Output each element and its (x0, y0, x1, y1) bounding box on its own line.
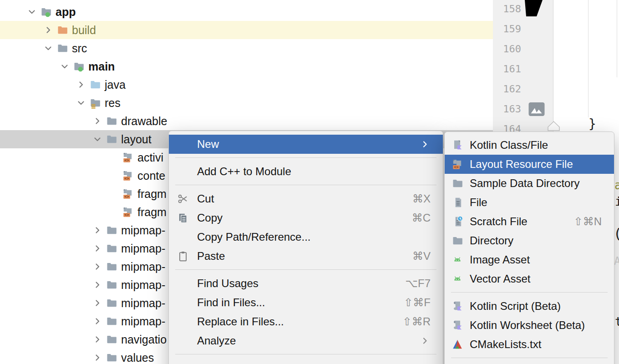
menu-item-directory[interactable]: Directory (445, 231, 614, 250)
tree-item-app[interactable]: app (0, 3, 493, 21)
folder-icon (106, 315, 117, 327)
menu-item-replace-in-files[interactable]: Replace in Files...⇧⌘R (169, 312, 443, 331)
svg-text:<>: <> (454, 165, 458, 169)
menu-item-find-in-files[interactable]: Find in Files...⇧⌘F (169, 293, 443, 312)
menu-item-label: Sample Data Directory (470, 177, 579, 190)
menu-item-analyze[interactable]: Analyze (169, 331, 443, 350)
menu-item-label: CMakeLists.txt (470, 338, 541, 351)
chevron-right-icon[interactable] (76, 79, 86, 90)
gutter-handle-icon[interactable] (548, 121, 560, 131)
chevron-down-icon[interactable] (92, 134, 103, 145)
menu-item-paste[interactable]: Paste⌘V (169, 247, 443, 266)
chevron-right-icon[interactable] (43, 25, 54, 35)
chevron-right-icon[interactable] (92, 261, 103, 272)
chevron-down-icon[interactable] (76, 97, 86, 108)
line-number: 158 (493, 2, 521, 16)
chevron-right-icon[interactable] (92, 243, 103, 254)
cmake-icon (445, 339, 470, 350)
folder-icon (106, 224, 117, 236)
indent-guide (588, 0, 589, 117)
chevron-right-icon[interactable] (92, 334, 103, 345)
menu-item-label: File (470, 196, 487, 209)
chevron-down-icon[interactable] (59, 61, 70, 72)
tree-item-label: build (72, 21, 96, 39)
line-number: 162 (493, 82, 521, 96)
chevron-right-icon[interactable] (92, 352, 103, 363)
layout-file-icon: <> (122, 188, 134, 200)
menu-item-cut[interactable]: Cut⌘X (169, 189, 443, 208)
menu-item-shortcut: ⌘X (412, 192, 431, 205)
menu-item-label: Scratch File (470, 215, 528, 228)
menu-item-kotlin-script-beta[interactable]: Kotlin Script (Beta) (445, 297, 614, 316)
menu-item-refactor[interactable]: Refactor (169, 359, 443, 364)
menu-item-cmakelists-txt[interactable]: CMakeLists.txt (445, 335, 614, 354)
tree-item-drawable[interactable]: drawable (0, 112, 493, 130)
chevron-right-icon[interactable] (92, 316, 103, 327)
code-fragment: A (614, 255, 619, 268)
layout-file-icon: <> (122, 170, 134, 182)
folder-icon (445, 177, 470, 189)
menu-item-label: Find in Files... (197, 296, 265, 309)
folder-java-icon (89, 79, 101, 91)
menu-item-kotlin-class-file[interactable]: Kotlin Class/File (445, 136, 614, 155)
chevron-right-icon[interactable] (92, 116, 103, 126)
image-preview-gutter-icon[interactable] (528, 101, 546, 117)
tree-item-java[interactable]: java (0, 76, 493, 94)
context-menu: NewAdd C++ to ModuleCut⌘XCopy⌘CCopy Path… (168, 131, 443, 364)
tree-item-label: conte (137, 167, 165, 185)
menu-item-label: Vector Asset (470, 273, 530, 285)
folder-icon (106, 352, 117, 364)
menu-item-shortcut: ⌘C (412, 212, 431, 224)
menu-item-shortcut: ⇧⌘R (403, 315, 431, 328)
tree-item-label: src (72, 39, 87, 57)
line-number: 163 (493, 102, 521, 116)
tree-item-label: values (121, 349, 154, 364)
menu-item-new[interactable]: New (169, 135, 443, 154)
folder-dot-icon (40, 6, 52, 18)
menu-separator (445, 288, 614, 297)
menu-item-scratch-file[interactable]: Scratch File⇧⌘N (445, 212, 614, 231)
chevron-right-icon[interactable] (92, 225, 103, 236)
menu-item-add-c-to-module[interactable]: Add C++ to Module (169, 162, 443, 181)
new-submenu: Kotlin Class/File<>Layout Resource FileS… (444, 131, 614, 364)
chevron-right-icon[interactable] (92, 298, 103, 308)
folder-res-icon (89, 97, 101, 109)
menu-item-label: Analyze (197, 334, 236, 347)
line-number: 159 (493, 22, 521, 36)
tree-item-main[interactable]: main (0, 57, 493, 76)
menu-item-shortcut: ⌘V (412, 250, 431, 263)
tree-item-label: java (105, 76, 126, 94)
folder-icon (106, 133, 117, 145)
chevron-down-icon[interactable] (43, 43, 54, 54)
mouse-cursor-shape (523, 0, 544, 17)
line-number: 161 (493, 62, 521, 76)
menu-item-sample-data-directory[interactable]: Sample Data Directory (445, 174, 614, 193)
tree-item-label: fragm (137, 203, 167, 221)
menu-item-label: Find Usages (197, 277, 259, 290)
menu-item-kotlin-worksheet-beta[interactable]: Kotlin Worksheet (Beta) (445, 316, 614, 335)
chevron-right-icon[interactable] (92, 279, 103, 290)
menu-item-shortcut: ⌥F7 (405, 277, 431, 290)
menu-item-layout-resource-file[interactable]: <>Layout Resource File (445, 155, 614, 174)
tree-item-res[interactable]: res (0, 94, 493, 112)
menu-item-copy[interactable]: Copy⌘C (169, 208, 443, 228)
tree-item-label: layout (121, 130, 152, 148)
menu-item-file[interactable]: File (445, 193, 614, 212)
submenu-arrow-icon (420, 335, 431, 346)
tree-item-build[interactable]: build (0, 21, 493, 39)
tree-item-src[interactable]: src (0, 39, 493, 57)
menu-item-vector-asset[interactable]: Vector Asset (445, 269, 614, 288)
tree-item-label: activi (137, 148, 163, 167)
menu-separator (169, 266, 443, 274)
folder-icon (106, 279, 117, 291)
menu-item-label: Directory (470, 234, 513, 247)
scissors-icon (169, 193, 197, 205)
android-icon (445, 273, 470, 285)
menu-item-label: Image Asset (470, 253, 530, 266)
chevron-down-icon[interactable] (26, 6, 37, 17)
svg-text:<>: <> (124, 194, 129, 199)
menu-item-image-asset[interactable]: Image Asset (445, 250, 614, 269)
menu-item-label: Kotlin Class/File (470, 139, 548, 152)
menu-item-find-usages[interactable]: Find Usages⌥F7 (169, 274, 443, 293)
menu-item-copy-path-reference[interactable]: Copy Path/Reference... (169, 228, 443, 247)
